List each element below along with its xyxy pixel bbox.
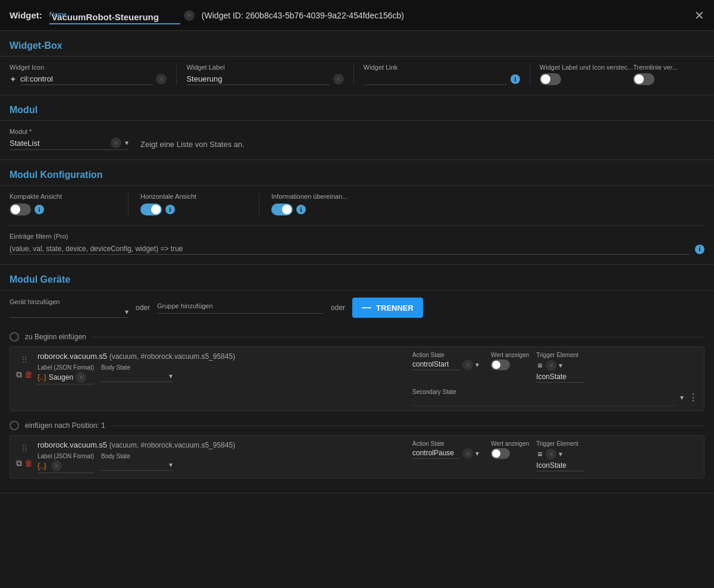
gruppe-select-container: Gruppe hinzufügen	[157, 302, 324, 314]
device-name-2: roborock.vacuum.s5 (vacuum, #roborock.va…	[37, 440, 408, 449]
control-icon: ✦	[10, 74, 17, 84]
trennlinie-container: Trennlinie ver...	[633, 64, 704, 85]
secondary-dropdown-1[interactable]: ▾	[680, 393, 684, 402]
trigger-clear-2[interactable]: ✕	[546, 449, 556, 459]
trigger-label-1: Trigger Element	[536, 352, 584, 358]
filter-input[interactable]	[10, 243, 690, 255]
informationen-toggle-row: i	[271, 204, 378, 215]
name-hint: Name	[49, 11, 67, 18]
link-info-icon[interactable]: i	[511, 74, 520, 84]
secondary-value-1	[412, 396, 675, 406]
trigger-dropdown-2[interactable]: ▾	[559, 450, 562, 458]
device-fields-row-1: Label (JSON Format) {..} Saugen ✕ Body S…	[37, 364, 408, 384]
insert-after-row: einfügen nach Position: 1	[10, 416, 704, 435]
action-dropdown-1[interactable]: ▾	[475, 361, 479, 369]
kompakte-toggle-row: i	[10, 204, 116, 215]
wert-anzeigen-toggle-row-1	[491, 359, 529, 370]
widget-label: Widget:	[10, 10, 42, 20]
oder-text-2: oder	[331, 304, 345, 312]
geraet-dropdown-arrow[interactable]: ▾	[125, 308, 129, 316]
label-clear-1[interactable]: ✕	[76, 372, 86, 383]
widget-link-input[interactable]	[364, 73, 507, 85]
horizontale-info-icon[interactable]: i	[165, 205, 175, 214]
wert-anzeigen-toggle-2[interactable]	[491, 448, 510, 459]
device-info-1: roborock.vacuum.s5 (vacuum, #roborock.va…	[37, 352, 408, 384]
drag-handle-1[interactable]: ⠿	[21, 355, 27, 365]
action-state-label-2: Action State	[412, 440, 484, 447]
device-right-1: Action State controlStart ✕ ▾ Wert anzei…	[412, 352, 698, 406]
kompakte-info-icon[interactable]: i	[35, 205, 44, 214]
delete-btn-2[interactable]: 🗑	[24, 458, 33, 468]
modul-select-label: Modul *	[10, 128, 129, 135]
insert-begin-radio[interactable]	[10, 332, 19, 342]
action-clear-1[interactable]: ✕	[462, 359, 473, 370]
body-state-field-2: Body State ▾	[101, 453, 173, 471]
label-clear-btn[interactable]: ✕	[333, 74, 344, 85]
action-state-value-row-2: controlPause ✕ ▾	[412, 448, 484, 459]
wert-anzeigen-toggle-1[interactable]	[491, 359, 510, 370]
geraet-select-container: Gerät hinzufügen ▾	[10, 298, 129, 318]
device-info-2: roborock.vacuum.s5 (vacuum, #roborock.va…	[37, 440, 408, 473]
trennlinie-label: Trennlinie ver...	[633, 64, 704, 71]
close-button[interactable]: ✕	[694, 8, 704, 23]
modul-config-header: Modul Konfiguration	[0, 160, 714, 185]
action-state-value-1: controlStart	[412, 360, 460, 370]
filter-section: Einträge filtern (Pro) i	[10, 225, 704, 255]
copy-btn-1[interactable]: ⧉	[16, 370, 22, 380]
widget-link-label: Widget Link	[364, 64, 520, 71]
trigger-row-2: ≡ ✕ ▾	[536, 448, 584, 460]
informationen-toggle[interactable]	[271, 204, 293, 215]
filter-info-icon[interactable]: i	[695, 245, 704, 254]
trenner-button[interactable]: — TRENNER	[352, 298, 423, 318]
delete-btn-1[interactable]: 🗑	[24, 370, 33, 380]
action-clear-2[interactable]: ✕	[462, 448, 473, 459]
widget-name-input[interactable]	[49, 11, 180, 24]
horizontale-toggle[interactable]	[140, 204, 162, 215]
insert-after-radio[interactable]	[10, 421, 19, 430]
body-state-dropdown-2[interactable]: ▾	[169, 461, 173, 469]
informationen-info-icon[interactable]: i	[296, 205, 306, 214]
wert-anzeigen-label-1: Wert anzeigen	[491, 352, 529, 358]
wert-anzeigen-field-2: Wert anzeigen	[491, 440, 529, 459]
informationen-label: Informationen übereinan...	[271, 193, 378, 200]
label-clear-2[interactable]: ✕	[51, 461, 62, 471]
modul-dropdown-arrow[interactable]: ▾	[125, 139, 129, 147]
gruppe-select-row	[157, 312, 324, 314]
trennlinie-toggle[interactable]	[633, 73, 654, 85]
widget-icon-input[interactable]	[20, 73, 152, 85]
trennlinie-toggle-row	[633, 73, 704, 85]
more-icon-1[interactable]: ⋮	[688, 392, 698, 403]
copy-btn-2[interactable]: ⧉	[16, 458, 22, 468]
widget-label-input[interactable]	[186, 73, 329, 85]
widget-label-value-row: ✕	[186, 73, 343, 85]
trigger-list-btn-1[interactable]: ≡	[536, 359, 543, 371]
hide-label-icon-toggle[interactable]	[540, 73, 561, 85]
modul-description: Zeigt eine Liste von States an.	[140, 140, 704, 149]
drag-handle-2[interactable]: ⠿	[21, 444, 27, 453]
trigger-row-1: ≡ ✕ ▾	[536, 359, 584, 371]
widget-link-group: Widget Link i	[364, 64, 530, 85]
filter-input-row: i	[10, 243, 704, 255]
modul-clear-btn[interactable]: ✕	[111, 137, 121, 148]
trigger-clear-1[interactable]: ✕	[546, 360, 556, 371]
action-dropdown-2[interactable]: ▾	[475, 449, 479, 458]
modul-select-container: Modul * StateList ✕ ▾	[10, 128, 129, 150]
trigger-dropdown-1[interactable]: ▾	[559, 361, 562, 370]
modul-config-section: Kompakte Ansicht i Horizontale Ansicht i…	[0, 186, 714, 265]
body-state-input-row-2: ▾	[101, 461, 173, 471]
body-state-dropdown-1[interactable]: ▾	[169, 372, 173, 380]
widget-label-group: Widget Label ✕	[186, 64, 353, 85]
insert-line-2	[111, 426, 704, 426]
label-json-label-2: Label (JSON Format)	[37, 453, 94, 459]
kompakte-toggle[interactable]	[10, 204, 31, 215]
widget-label-label: Widget Label	[186, 64, 343, 71]
trigger-container-2: Trigger Element ≡ ✕ ▾ IconState	[536, 440, 584, 471]
hide-label-icon-label: Widget Label und Icon verstec...	[540, 64, 633, 71]
name-clear-icon[interactable]: ✕	[184, 10, 195, 21]
insert-line-1	[92, 337, 704, 337]
widget-icon-group: Widget Icon ✦ ✕	[10, 64, 177, 85]
icon-clear-btn[interactable]: ✕	[156, 74, 167, 85]
trigger-list-btn-2[interactable]: ≡	[536, 448, 543, 460]
device-fields-row-2: Label (JSON Format) {..} ✕ Body State	[37, 453, 408, 473]
trigger-label-2: Trigger Element	[536, 440, 584, 447]
